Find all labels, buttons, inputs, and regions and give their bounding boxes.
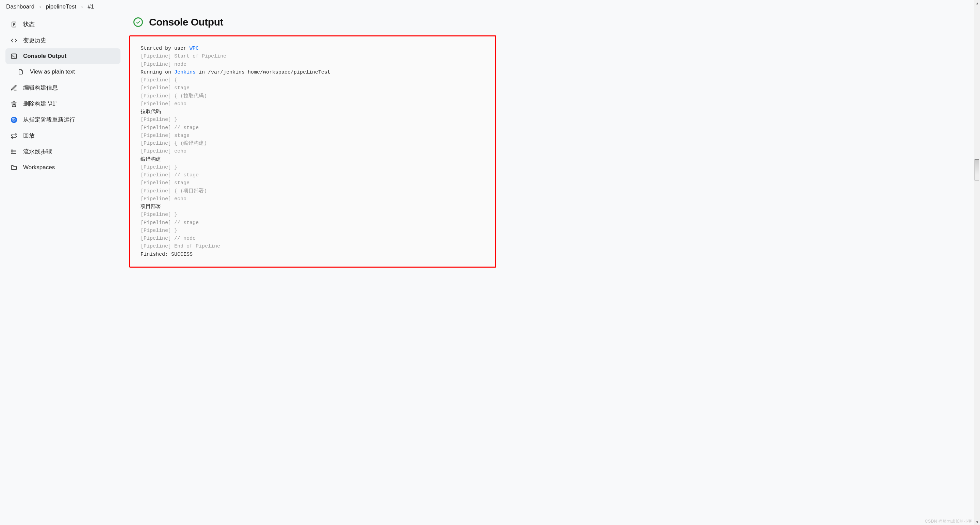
sidebar-item-delete-build[interactable]: 删除构建 '#1' — [5, 96, 121, 112]
svg-point-7 — [11, 150, 13, 150]
console-node-link[interactable]: Jenkins — [174, 69, 196, 75]
sidebar-item-view-plain-text[interactable]: View as plain text — [5, 64, 121, 80]
sidebar-item-pipeline-steps[interactable]: 流水线步骤 — [5, 144, 121, 160]
sidebar-item-edit-build-info[interactable]: 编辑构建信息 — [5, 80, 121, 96]
page-icon — [17, 68, 24, 76]
sidebar-item-status[interactable]: 状态 — [5, 16, 121, 32]
breadcrumb-item-project[interactable]: pipelineTest — [46, 3, 76, 10]
scrollbar-thumb[interactable] — [975, 160, 979, 180]
sidebar-item-label: 编辑构建信息 — [23, 84, 58, 92]
sidebar-item-label: Console Output — [23, 53, 66, 60]
edit-icon — [10, 84, 18, 92]
svg-rect-4 — [11, 54, 17, 58]
restart-icon — [10, 116, 18, 124]
replay-icon — [10, 132, 18, 140]
code-icon — [10, 37, 18, 44]
sidebar-item-label: 从指定阶段重新运行 — [23, 116, 75, 124]
vertical-scrollbar[interactable]: ▲ ▼ — [974, 0, 980, 525]
breadcrumb-item-dashboard[interactable]: Dashboard — [6, 3, 34, 10]
svg-point-9 — [11, 151, 13, 152]
sidebar-item-label: View as plain text — [30, 69, 75, 75]
sidebar-item-changes[interactable]: 变更历史 — [5, 32, 121, 48]
breadcrumb: Dashboard › pipelineTest › #1 — [0, 0, 980, 14]
breadcrumb-item-build[interactable]: #1 — [88, 3, 94, 10]
sidebar-item-replay[interactable]: 回放 — [5, 128, 121, 144]
sidebar-item-label: 回放 — [23, 132, 35, 140]
console-output-text: Started by user WPC [Pipeline] Start of … — [130, 37, 495, 266]
sidebar-item-label: 删除构建 '#1' — [23, 100, 56, 108]
scroll-up-arrow-icon[interactable]: ▲ — [974, 0, 980, 6]
page-title: Console Output — [149, 16, 223, 28]
success-check-icon — [134, 18, 143, 27]
steps-icon — [10, 148, 18, 156]
sidebar-item-restart-from-stage[interactable]: 从指定阶段重新运行 — [5, 112, 121, 128]
terminal-icon — [10, 53, 18, 60]
folder-icon — [10, 164, 18, 171]
main-content: Console Output Started by user WPC [Pipe… — [126, 14, 980, 278]
sidebar-item-workspaces[interactable]: Workspaces — [5, 160, 121, 176]
sidebar: 状态 变更历史 Console Output View as plain tex… — [0, 14, 126, 182]
trash-icon — [10, 100, 18, 108]
watermark-text: CSDN @努力成长的小客 — [925, 519, 972, 524]
scroll-down-arrow-icon[interactable]: ▼ — [974, 519, 980, 525]
console-user-link[interactable]: WPC — [189, 46, 199, 51]
svg-point-11 — [11, 153, 13, 154]
chevron-right-icon: › — [81, 4, 83, 10]
chevron-right-icon: › — [39, 4, 41, 10]
svg-point-6 — [11, 116, 17, 123]
sidebar-item-label: 流水线步骤 — [23, 148, 52, 156]
sidebar-item-console-output[interactable]: Console Output — [5, 48, 121, 64]
sidebar-item-label: 变更历史 — [23, 37, 46, 44]
page-icon — [10, 21, 18, 28]
sidebar-item-label: 状态 — [23, 21, 35, 28]
console-output-panel: Started by user WPC [Pipeline] Start of … — [129, 35, 496, 268]
sidebar-item-label: Workspaces — [23, 164, 55, 171]
